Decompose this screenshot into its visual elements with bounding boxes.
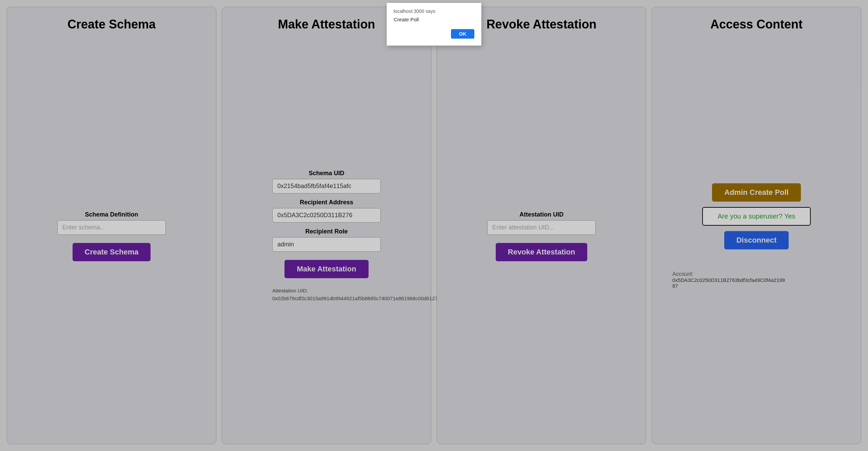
make-attestation-panel: Make Attestation Schema UID Recipient Ad… — [222, 7, 431, 444]
create-schema-content: Schema Definition Create Schema — [21, 38, 202, 434]
create-schema-title: Create Schema — [67, 17, 156, 32]
schema-uid-input[interactable] — [272, 179, 381, 193]
dialog-message: Create Poll — [394, 17, 474, 22]
attestation-result: Attestation UID: 0x02b679cdf2c3015a9914b… — [272, 287, 381, 302]
superuser-status: Are you a superuser? Yes — [702, 207, 811, 226]
access-content-title: Access Content — [710, 17, 803, 32]
make-attestation-button[interactable]: Make Attestation — [284, 260, 368, 278]
recipient-role-group: Recipient Role — [236, 228, 417, 252]
recipient-role-input[interactable] — [272, 237, 381, 252]
schema-definition-label: Schema Definition — [85, 211, 138, 218]
dialog-box: localhost:3000 says Create Poll OK — [387, 3, 481, 46]
revoke-attestation-title: Revoke Attestation — [487, 17, 597, 32]
access-content-panel: Access Content Admin Create Poll Are you… — [652, 7, 861, 444]
disconnect-button[interactable]: Disconnect — [724, 231, 789, 249]
dialog-footer: OK — [394, 29, 474, 39]
recipient-address-label: Recipient Address — [300, 199, 353, 206]
recipient-role-label: Recipient Role — [305, 228, 348, 235]
account-address: 0x5DA3C2c0250D311B2763bdf3cfa49C0f4a2199… — [672, 277, 788, 289]
attestation-result-label: Attestation UID: — [272, 288, 308, 293]
make-attestation-content: Schema UID Recipient Address Recipient R… — [236, 38, 417, 434]
revoke-attestation-content: Attestation UID Revoke Attestation — [451, 38, 632, 434]
schema-uid-group: Schema UID — [236, 170, 417, 193]
attestation-uid-input[interactable] — [487, 220, 596, 235]
dialog-header: localhost:3000 says — [394, 8, 474, 14]
revoke-attestation-button[interactable]: Revoke Attestation — [496, 243, 587, 261]
create-schema-button[interactable]: Create Schema — [73, 243, 151, 261]
account-label: Account: — [672, 271, 847, 277]
attestation-uid-group: Attestation UID — [451, 211, 632, 235]
admin-create-poll-button[interactable]: Admin Create Poll — [712, 183, 801, 202]
make-attestation-title: Make Attestation — [278, 17, 375, 32]
page-container: Create Schema Schema Definition Create S… — [0, 0, 868, 451]
revoke-attestation-panel: Revoke Attestation Attestation UID Revok… — [437, 7, 646, 444]
schema-definition-group: Schema Definition — [21, 211, 202, 235]
recipient-address-input[interactable] — [272, 208, 381, 223]
dialog-ok-button[interactable]: OK — [451, 29, 474, 39]
attestation-uid-label: Attestation UID — [519, 211, 564, 218]
attestation-result-value: 0x02b679cdf2c3015a9914b9944921af5b8665c7… — [272, 295, 455, 301]
create-schema-panel: Create Schema Schema Definition Create S… — [7, 7, 216, 444]
access-content-content: Admin Create Poll Are you a superuser? Y… — [666, 38, 847, 434]
recipient-address-group: Recipient Address — [236, 199, 417, 223]
schema-uid-label: Schema UID — [309, 170, 344, 177]
schema-definition-input[interactable] — [57, 220, 166, 235]
